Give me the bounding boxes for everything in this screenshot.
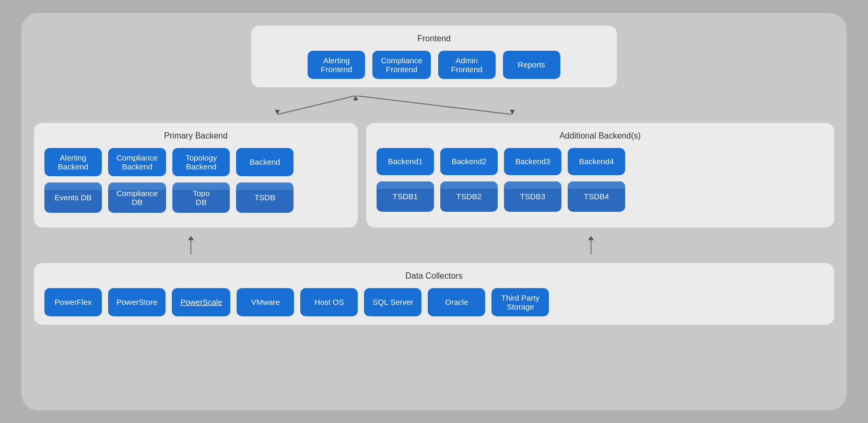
collectors-row: PowerFlex PowerStore PowerScale VMware H… [44,288,824,316]
host-os-btn[interactable]: Host OS [300,288,358,316]
additional-backend-title: Additional Backend(s) [377,131,824,141]
data-collectors-section: Data Collectors PowerFlex PowerStore Pow… [34,263,834,325]
arrow-area-bottom [34,236,834,255]
alerting-backend-btn[interactable]: Alerting Backend [44,148,102,176]
data-collectors-title: Data Collectors [44,271,824,281]
primary-backend-buttons: Alerting Backend Compliance Backend Topo… [44,148,347,176]
frontend-arrows-svg [199,96,669,115]
additional-databases: TSDB1 TSDB2 TSDB3 TSDB4 [377,181,824,212]
frontend-buttons: Alerting Frontend Compliance Frontend Ad… [308,51,560,79]
additional-backend-buttons: Backend1 Backend2 Backend3 Backend4 [377,148,824,175]
primary-backend-title: Primary Backend [44,131,347,141]
sql-server-btn[interactable]: SQL Server [364,288,421,316]
compliance-backend-btn[interactable]: Compliance Backend [108,148,166,176]
svg-marker-4 [510,110,515,115]
additional-backend-section: Additional Backend(s) Backend1 Backend2 … [366,123,834,227]
third-party-storage-btn[interactable]: Third Party Storage [491,288,549,316]
compliance-db-cylinder: Compliance DB [108,182,166,213]
svg-line-0 [277,96,356,115]
topo-db-cylinder: Topo DB [172,182,230,213]
powerscale-btn[interactable]: PowerScale [172,288,230,316]
admin-frontend-btn[interactable]: Admin Frontend [438,51,496,79]
tsdb2-cylinder: TSDB2 [440,181,498,212]
backend1-btn[interactable]: Backend1 [377,148,434,175]
svg-marker-9 [588,236,594,240]
tsdb3-cylinder: TSDB3 [504,181,561,212]
backend-btn[interactable]: Backend [236,148,294,176]
backend4-btn[interactable]: Backend4 [568,148,625,175]
tsdb4-cylinder: TSDB4 [568,181,625,212]
powerstore-btn[interactable]: PowerStore [108,288,166,316]
middle-row: Primary Backend Alerting Backend Complia… [34,123,834,227]
svg-marker-7 [188,236,194,240]
primary-backend-section: Primary Backend Alerting Backend Complia… [34,123,358,227]
collector-arrows-svg [34,236,834,255]
frontend-title: Frontend [417,34,451,43]
compliance-frontend-btn[interactable]: Compliance Frontend [372,51,430,79]
primary-databases: Events DB Compliance DB Topo DB TSDB [44,182,347,213]
vmware-btn[interactable]: VMware [237,288,294,316]
reports-btn[interactable]: Reports [503,51,560,79]
topology-backend-btn[interactable]: Topology Backend [172,148,230,176]
tsdb1-cylinder: TSDB1 [377,181,434,212]
powerflex-btn[interactable]: PowerFlex [44,288,102,316]
events-db-cylinder: Events DB [44,182,102,213]
svg-line-3 [356,96,512,115]
backend3-btn[interactable]: Backend3 [504,148,561,175]
main-diagram: Frontend Alerting Frontend Compliance Fr… [21,13,847,410]
tsdb-cylinder: TSDB [236,182,294,213]
backend2-btn[interactable]: Backend2 [440,148,498,175]
arrow-area-top [34,96,834,115]
alerting-frontend-btn[interactable]: Alerting Frontend [308,51,365,79]
frontend-section: Frontend Alerting Frontend Compliance Fr… [251,26,617,87]
oracle-btn[interactable]: Oracle [428,288,485,316]
